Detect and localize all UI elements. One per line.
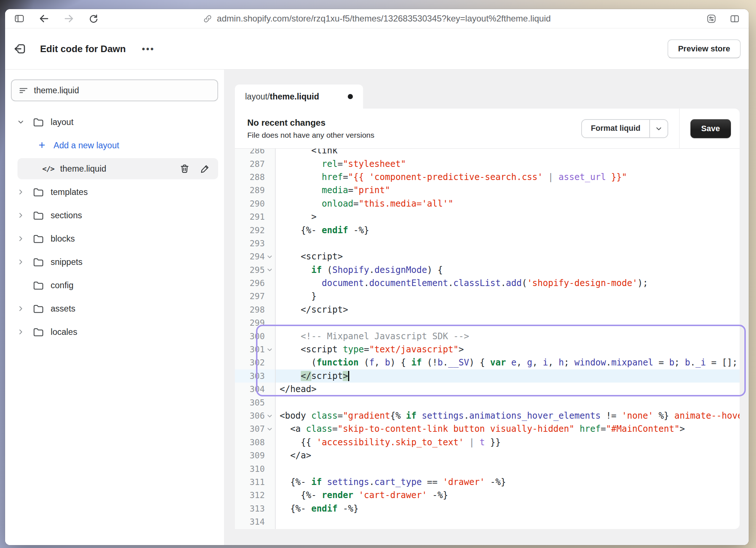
code-line-305[interactable]: 305 (235, 396, 740, 409)
sidebar-item-label: snippets (51, 257, 83, 267)
back-button[interactable] (37, 12, 51, 26)
code-line-315[interactable]: 315 <script> (235, 528, 740, 529)
code-line-309[interactable]: 309 </a> (235, 449, 740, 462)
code-line-313[interactable]: 313 {%- endif -%} (235, 502, 740, 515)
line-gutter: 315 (235, 528, 276, 529)
pencil-icon[interactable] (200, 164, 210, 174)
line-number: 302 (235, 358, 265, 367)
line-number: 304 (235, 384, 265, 394)
code-line-295[interactable]: 295 if (Shopify.designMode) { (235, 263, 740, 277)
chevron-right-icon[interactable] (17, 328, 26, 336)
code-line-291[interactable]: 291 > (235, 210, 740, 223)
code-line-297[interactable]: 297 } (235, 290, 740, 303)
line-number: 297 (235, 291, 265, 301)
fold-chevron-icon[interactable] (265, 254, 274, 260)
file-tab[interactable]: layout/theme.liquid (235, 85, 363, 109)
code-line-307[interactable]: 307 <a class="skip-to-content-link butto… (235, 422, 740, 435)
chevron-right-icon[interactable] (17, 211, 26, 219)
code-line-302[interactable]: 302 (function (f, b) { if (!b.__SV) { va… (235, 356, 740, 369)
line-number: 291 (235, 212, 265, 222)
page-settings-icon (706, 13, 717, 24)
code-line-288[interactable]: 288 href="{{ 'component-predictive-searc… (235, 171, 740, 184)
fold-chevron-icon[interactable] (265, 347, 274, 353)
sidebar-item-templates[interactable]: templates (5, 180, 224, 204)
forward-icon (63, 13, 74, 24)
forward-button[interactable] (62, 12, 76, 26)
chevron-right-icon[interactable] (17, 305, 26, 313)
code-line-296[interactable]: 296 document.documentElement.classList.a… (235, 277, 740, 290)
code-text: onload="this.media='all'" (276, 197, 740, 210)
line-gutter: 287 (235, 157, 276, 170)
code-line-287[interactable]: 287 rel="stylesheet" (235, 157, 740, 170)
code-line-298[interactable]: 298 </script> (235, 303, 740, 316)
format-liquid-menu-button[interactable] (649, 120, 668, 137)
line-gutter: 301 (235, 343, 276, 356)
code-line-290[interactable]: 290 onload="this.media='all'" (235, 197, 740, 210)
split-view-button[interactable] (728, 12, 741, 26)
code-line-306[interactable]: 306<body class="gradient{% if settings.a… (235, 409, 740, 422)
chevron-down-icon[interactable] (17, 118, 26, 126)
code-text: media="print" (276, 184, 740, 197)
folder-icon (33, 117, 45, 127)
page-settings-button[interactable] (704, 12, 718, 26)
file-search-input[interactable] (34, 86, 210, 95)
code-line-294[interactable]: 294 <script> (235, 250, 740, 263)
sidebar-item-blocks[interactable]: blocks (5, 227, 224, 250)
code-line-304[interactable]: 304</head> (235, 383, 740, 396)
line-gutter: 295 (235, 263, 276, 277)
save-button[interactable]: Save (690, 119, 731, 138)
line-gutter: 305 (235, 396, 276, 409)
version-status: No recent changes File does not have any… (247, 118, 374, 140)
file-search-field[interactable] (11, 79, 218, 101)
sidebar-item-assets[interactable]: assets (5, 297, 224, 320)
sidebar-item-sections[interactable]: sections (5, 204, 224, 227)
preview-store-button[interactable]: Preview store (668, 39, 741, 58)
code-line-312[interactable]: 312 {%- render 'cart-drawer' -%} (235, 489, 740, 502)
code-line-300[interactable]: 300 <!-- Mixpanel Javascript SDK --> (235, 329, 740, 342)
fold-chevron-icon[interactable] (265, 413, 274, 419)
code-line-303[interactable]: 303 </script> (235, 369, 740, 383)
code-line-314[interactable]: 314 (235, 515, 740, 528)
editor-area: layout/theme.liquid No recent changes Fi… (224, 70, 749, 545)
chevron-right-icon[interactable] (17, 258, 26, 266)
code-line-310[interactable]: 310 (235, 462, 740, 475)
code-text: <link (276, 149, 740, 157)
format-liquid-button[interactable]: Format liquid (581, 119, 668, 138)
code-line-308[interactable]: 308 {{ 'accessibility.skip_to_text' | t … (235, 436, 740, 449)
sidebar-item-layout[interactable]: layout (5, 110, 224, 134)
url-bar[interactable]: admin.shopify.com/store/rzq1xu-f5/themes… (203, 9, 551, 28)
sidebar-toggle-button[interactable] (12, 12, 26, 26)
chevron-right-icon[interactable] (17, 235, 26, 243)
sidebar-item-theme-liquid[interactable]: </>theme.liquid (17, 158, 218, 179)
link-icon (203, 14, 212, 23)
sidebar-item-snippets[interactable]: snippets (5, 250, 224, 274)
reload-button[interactable] (87, 12, 101, 26)
code-text: {%- render 'cart-drawer' -%} (276, 489, 740, 502)
sidebar-item-locales[interactable]: locales (5, 320, 224, 344)
sidebar-item-config[interactable]: config (5, 274, 224, 297)
unsaved-indicator-dot (348, 94, 353, 99)
code-line-293[interactable]: 293 (235, 237, 740, 250)
trash-icon[interactable] (180, 164, 190, 174)
code-line-286[interactable]: 286 <link (235, 149, 740, 157)
line-number: 303 (235, 371, 265, 381)
line-number: 314 (235, 517, 265, 527)
more-actions-button[interactable]: ••• (142, 44, 154, 54)
fold-chevron-icon[interactable] (265, 267, 274, 273)
line-number: 286 (235, 149, 265, 155)
sidebar-item-add-a-new-layout[interactable]: +Add a new layout (5, 134, 224, 157)
code-line-311[interactable]: 311 {%- if settings.cart_type == 'drawer… (235, 475, 740, 489)
code-text: </script> (276, 369, 740, 383)
code-line-301[interactable]: 301 <script type="text/javascript"> (235, 343, 740, 356)
line-gutter: 299 (235, 316, 276, 329)
fold-chevron-icon[interactable] (265, 426, 274, 432)
exit-editor-button[interactable] (13, 42, 27, 56)
code-line-299[interactable]: 299 (235, 316, 740, 329)
line-number: 289 (235, 185, 265, 195)
code-line-292[interactable]: 292 {%- endif -%} (235, 223, 740, 236)
code-text: <script type="text/javascript"> (276, 343, 740, 356)
chevron-right-icon[interactable] (17, 188, 26, 196)
code-line-289[interactable]: 289 media="print" (235, 184, 740, 197)
line-number: 296 (235, 278, 265, 288)
code-editor[interactable]: 286 <link287 rel="stylesheet"288 href="{… (235, 149, 740, 529)
